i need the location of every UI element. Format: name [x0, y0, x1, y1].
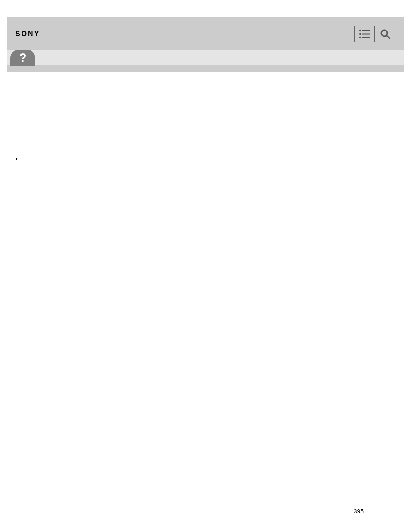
- svg-point-0: [359, 29, 361, 31]
- list-icon: [359, 29, 370, 39]
- sub-header: ?: [7, 50, 404, 65]
- search-icon: [380, 29, 390, 39]
- content-area: [0, 124, 411, 124]
- header-bar: SONY: [7, 17, 404, 50]
- svg-line-7: [386, 35, 389, 38]
- divider: [11, 124, 400, 124]
- gray-strip: [7, 65, 404, 72]
- svg-rect-5: [362, 37, 370, 38]
- svg-point-4: [359, 36, 361, 38]
- svg-point-2: [359, 33, 361, 34]
- svg-rect-1: [362, 30, 370, 31]
- top-spacer: [0, 0, 411, 17]
- svg-rect-3: [362, 33, 370, 34]
- page-number: 395: [354, 508, 364, 515]
- help-icon: ?: [10, 50, 35, 66]
- sony-logo: SONY: [16, 30, 40, 38]
- question-mark-icon: ?: [19, 51, 26, 65]
- header-buttons: [354, 26, 395, 42]
- search-button[interactable]: [375, 26, 395, 42]
- list-button[interactable]: [354, 26, 375, 42]
